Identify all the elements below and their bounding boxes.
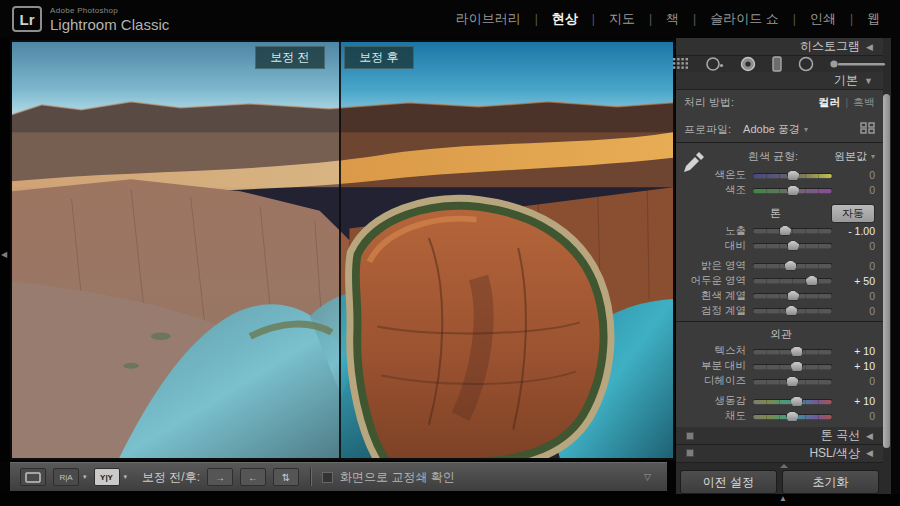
toolbar-divider <box>310 468 311 486</box>
right-panel-scrollbar[interactable] <box>883 94 890 448</box>
slider-value[interactable]: 0 <box>839 240 875 252</box>
filmstrip-reveal-arrow-icon[interactable]: ▲ <box>779 494 787 503</box>
slider-thumb[interactable] <box>779 225 792 236</box>
basic-panel-header[interactable]: 기본 ▼ <box>676 72 883 89</box>
slider-track[interactable] <box>753 395 832 408</box>
slider-track[interactable] <box>753 274 832 287</box>
slider-track[interactable] <box>753 375 832 388</box>
histogram-panel-header[interactable]: 히스토그램 ◀ <box>676 38 883 55</box>
slider-value[interactable]: 0 <box>839 305 875 317</box>
tone-curve-panel-header[interactable]: 톤 곡선 ◀ <box>676 427 883 444</box>
treatment-color-option[interactable]: 컬러 <box>818 95 840 110</box>
module-tab-3[interactable]: 책 <box>666 10 679 28</box>
slider-thumb[interactable] <box>787 240 800 251</box>
slider-thumb[interactable] <box>805 275 818 286</box>
right-panel: 히스토그램 ◀ <box>676 38 900 494</box>
loupe-view-icon[interactable] <box>20 468 46 486</box>
histogram-collapse-icon[interactable]: ◀ <box>866 42 873 52</box>
radial-filter-icon[interactable] <box>798 56 814 72</box>
slider-track[interactable] <box>753 410 832 423</box>
swap-before-after-button[interactable]: ⇅ <box>273 468 299 486</box>
before-after-split-divider[interactable] <box>339 42 341 458</box>
slider-value[interactable]: 0 <box>839 375 875 387</box>
slider-track[interactable] <box>753 304 832 317</box>
right-panel-content: 히스토그램 ◀ <box>676 38 883 494</box>
slider-value[interactable]: + 10 <box>839 345 875 357</box>
before-after-view-caret-icon[interactable]: ▾ <box>124 473 128 481</box>
slider-track[interactable] <box>753 239 832 252</box>
slider-value[interactable]: 0 <box>839 260 875 272</box>
slider-thumb[interactable] <box>786 411 799 422</box>
toolbar-options-caret-icon[interactable]: ▽ <box>644 472 657 482</box>
red-eye-icon[interactable] <box>740 56 756 72</box>
slider-value[interactable]: + 50 <box>839 275 875 287</box>
top-bar: Lr Adobe Photoshop Lightroom Classic 라이브… <box>0 0 900 38</box>
module-tab-0[interactable]: 라이브러리 <box>456 10 521 28</box>
slider-thumb[interactable] <box>784 260 797 271</box>
nav-separator: | <box>793 12 796 26</box>
slider-label: 대비 <box>684 239 746 253</box>
reference-view-icon[interactable]: R|A <box>53 468 79 486</box>
slider-value[interactable]: 0 <box>839 290 875 302</box>
slider-track[interactable] <box>753 169 832 182</box>
nav-separator: | <box>592 12 595 26</box>
tone-curve-toggle[interactable] <box>686 432 694 440</box>
module-picker: 라이브러리|현상|지도|책|슬라이드 쇼|인쇄|웹 <box>456 10 900 28</box>
slider-thumb[interactable] <box>790 396 803 407</box>
reset-button[interactable]: 초기화 <box>782 470 879 494</box>
before-after-viewer[interactable]: 보정 전 보정 후 <box>12 42 673 458</box>
module-tab-4[interactable]: 슬라이드 쇼 <box>710 10 779 28</box>
hsl-panel-header[interactable]: HSL/색상 ◀ <box>676 445 883 462</box>
slider-thumb[interactable] <box>787 185 800 196</box>
profile-value[interactable]: Adobe 풍경 <box>743 122 800 137</box>
module-tab-6[interactable]: 웹 <box>867 10 880 28</box>
spot-removal-icon[interactable] <box>705 56 725 72</box>
slider-thumb[interactable] <box>787 170 800 181</box>
panel-end-caret-icon[interactable] <box>676 462 883 470</box>
slider-value[interactable]: + 10 <box>839 395 875 407</box>
auto-tone-button[interactable]: 자동 <box>831 204 875 223</box>
slider-track[interactable] <box>753 289 832 302</box>
slider-thumb[interactable] <box>787 290 800 301</box>
module-tab-1[interactable]: 현상 <box>552 10 578 28</box>
left-panel-arrow-icon[interactable]: ◀ <box>1 250 7 259</box>
before-after-view-icon[interactable]: Y|Y <box>94 468 120 486</box>
slider-value[interactable]: + 10 <box>839 360 875 372</box>
slider-thumb[interactable] <box>790 361 803 372</box>
slider-value[interactable]: 0 <box>839 184 875 196</box>
left-panel-collapse-strip[interactable]: ◀ <box>0 38 10 462</box>
graduated-filter-icon[interactable] <box>771 56 783 72</box>
copy-before-to-after-button[interactable]: → <box>207 468 233 486</box>
slider-track[interactable] <box>753 259 832 272</box>
brand-plate: Adobe Photoshop Lightroom Classic <box>50 7 169 32</box>
profile-dropdown-caret-icon[interactable]: ▾ <box>804 125 808 134</box>
white-balance-value[interactable]: 원본값 <box>834 149 867 164</box>
crop-overlay-grid-icon[interactable] <box>672 57 690 70</box>
white-balance-dropdown-caret-icon[interactable]: ▾ <box>871 152 875 161</box>
slider-track[interactable] <box>753 360 832 373</box>
slider-label: 디헤이즈 <box>684 374 746 388</box>
soft-proof-checkbox[interactable] <box>322 472 333 483</box>
basic-expand-icon[interactable]: ▼ <box>864 76 873 86</box>
slider-thumb[interactable] <box>790 346 803 357</box>
module-tab-5[interactable]: 인쇄 <box>810 10 836 28</box>
module-tab-2[interactable]: 지도 <box>609 10 635 28</box>
treatment-bw-option[interactable]: 흑백 <box>853 95 875 110</box>
profile-browser-icon[interactable] <box>860 120 875 138</box>
slider-track[interactable] <box>753 345 832 358</box>
reference-view-caret-icon[interactable]: ▾ <box>83 473 87 481</box>
slider-track[interactable] <box>753 184 832 197</box>
hsl-toggle[interactable] <box>686 449 694 457</box>
slider-value[interactable]: 0 <box>839 410 875 422</box>
slider-value[interactable]: - 1.00 <box>839 225 875 237</box>
white-balance-eyedropper-icon[interactable] <box>680 149 706 175</box>
tone-curve-collapse-icon[interactable]: ◀ <box>866 431 873 441</box>
copy-after-to-before-button[interactable]: ← <box>240 468 266 486</box>
slider-track[interactable] <box>753 224 832 237</box>
adjustment-brush-icon[interactable] <box>829 58 887 70</box>
hsl-collapse-icon[interactable]: ◀ <box>866 448 873 458</box>
slider-thumb[interactable] <box>785 305 798 316</box>
previous-settings-button[interactable]: 이전 설정 <box>680 470 777 494</box>
slider-thumb[interactable] <box>786 376 799 387</box>
slider-value[interactable]: 0 <box>839 169 875 181</box>
